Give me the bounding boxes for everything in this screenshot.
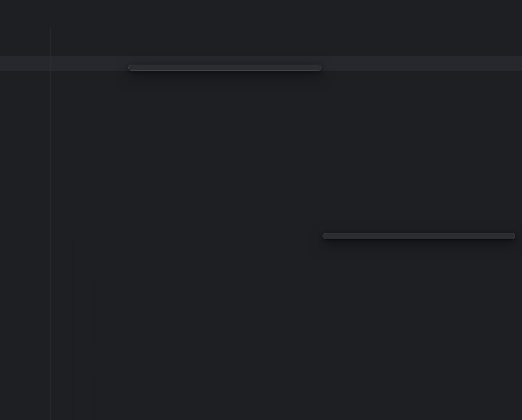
gemini-submenu	[323, 233, 515, 239]
indent-guide	[73, 237, 73, 420]
indent-guide	[94, 374, 94, 420]
editor-tab-bar	[0, 0, 522, 27]
gutter-separator	[51, 27, 51, 420]
code-editor[interactable]	[0, 0, 522, 420]
indent-guide	[94, 283, 94, 343]
editor-context-menu	[128, 65, 322, 71]
android-studio-editor: { "tabs": [ {"label":"MainActivity.kt","…	[0, 0, 522, 420]
